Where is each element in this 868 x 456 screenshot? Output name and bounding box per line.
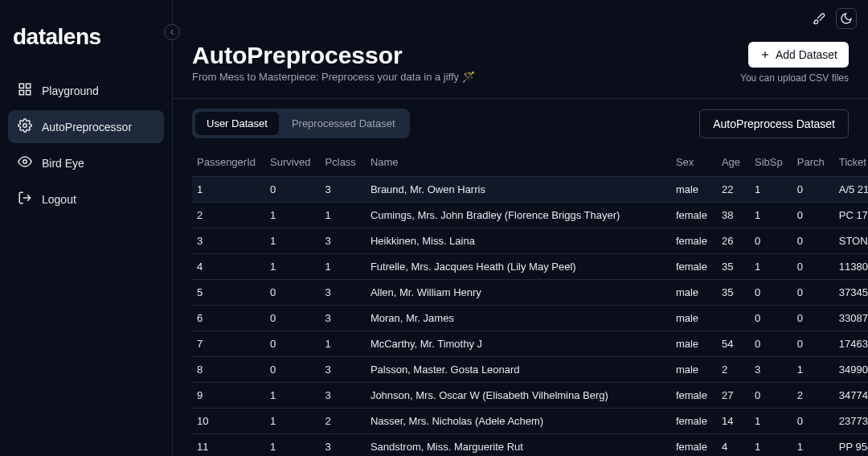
svg-rect-3 [27,91,31,95]
table-row[interactable]: 701McCarthy, Mr. Timothy Jmale540017463 [192,331,868,357]
svg-rect-0 [19,84,23,88]
table-cell: 0 [265,331,321,357]
table-cell: Palsson, Master. Gosta Leonard [366,357,671,383]
settings-icon [18,118,32,135]
svg-rect-1 [27,84,31,88]
table-row[interactable]: 103Braund, Mr. Owen Harrismale2210A/5 21… [192,177,868,203]
column-header: Ticket [834,148,868,177]
table-cell: 1 [321,331,366,357]
table-cell: male [671,331,717,357]
table-cell: 2 [792,383,834,409]
sidebar-item-birdeye[interactable]: Bird Eye [8,146,164,179]
dataset-table: PassengerIdSurvivedPclassNameSexAgeSibSp… [192,148,868,456]
sidebar-item-logout[interactable]: Logout [8,183,164,216]
table-cell: Futrelle, Mrs. Jacques Heath (Lily May P… [366,254,671,280]
svg-point-4 [23,124,27,128]
table-cell: 4 [717,434,750,457]
table-cell: Johnson, Mrs. Oscar W (Elisabeth Vilhelm… [366,383,671,409]
table-cell: female [671,228,717,254]
table-cell: 0 [265,306,321,331]
table-cell: female [671,203,717,228]
table-cell: 237736 [834,409,868,434]
table-cell: 5 [192,280,265,306]
table-row[interactable]: 313Heikkinen, Miss. Lainafemale2600STON/… [192,228,868,254]
table-cell: 3 [321,306,366,331]
page-title: AutoPreprocessor [192,42,475,69]
svg-point-5 [23,160,27,164]
sidebar: datalens Playground AutoPreprocessor Bir… [0,0,173,456]
table-cell: 2 [717,357,750,383]
sidebar-item-label: Bird Eye [42,157,84,170]
table-cell: PC 17599 [834,203,868,228]
brush-icon-button[interactable] [809,8,829,29]
table-cell: 0 [792,331,834,357]
table-cell: female [671,254,717,280]
topbar [173,0,868,32]
table-cell: male [671,357,717,383]
table-row[interactable]: 913Johnson, Mrs. Oscar W (Elisabeth Vilh… [192,383,868,409]
table-cell: STON/O2. 310 [834,228,868,254]
svg-rect-2 [19,91,23,95]
table-cell: 14 [717,409,750,434]
table-cell: male [671,177,717,203]
table-row[interactable]: 411Futrelle, Mrs. Jacques Heath (Lily Ma… [192,254,868,280]
table-cell: 6 [192,306,265,331]
table-cell: 113803 [834,254,868,280]
table-cell: 7 [192,331,265,357]
column-header: Name [366,148,671,177]
table-cell: 3 [750,357,792,383]
table-cell: 0 [792,280,834,306]
table-cell: 0 [265,357,321,383]
table-row[interactable]: 1012Nasser, Mrs. Nicholas (Adele Achem)f… [192,409,868,434]
table-row[interactable]: 211Cumings, Mrs. John Bradley (Florence … [192,203,868,228]
table-cell: 0 [265,177,321,203]
table-cell: 0 [265,280,321,306]
upload-hint: You can upload CSV files [740,72,849,84]
collapse-sidebar-button[interactable] [164,24,180,40]
dataset-tabs: User Dataset Preprocessed Dataset [192,109,410,138]
table-cell: Heikkinen, Miss. Laina [366,228,671,254]
table-cell: 4 [192,254,265,280]
column-header: Pclass [321,148,366,177]
logout-icon [18,191,32,207]
table-cell: 0 [792,306,834,331]
tab-preprocessed-dataset[interactable]: Preprocessed Dataset [280,112,407,135]
table-cell: 1 [792,434,834,457]
table-cell: 3 [321,177,366,203]
add-dataset-button[interactable]: Add Dataset [748,42,849,68]
table-cell: 54 [717,331,750,357]
table-cell: 330877 [834,306,868,331]
autopreprocess-button[interactable]: AutoPreprocess Dataset [699,109,849,138]
page-header: AutoPreprocessor From Mess to Masterpiec… [173,32,868,99]
table-row[interactable]: 503Allen, Mr. William Henrymale350037345… [192,280,868,306]
tab-user-dataset[interactable]: User Dataset [195,112,279,135]
table-cell: 17463 [834,331,868,357]
table-cell [717,306,750,331]
table-cell: 3 [321,434,366,457]
table-row[interactable]: 1113Sandstrom, Miss. Marguerite Rutfemal… [192,434,868,457]
table-cell: female [671,409,717,434]
sidebar-item-autopreprocessor[interactable]: AutoPreprocessor [8,110,164,143]
column-header: SibSp [750,148,792,177]
table-cell: 0 [750,280,792,306]
toolbar: User Dataset Preprocessed Dataset AutoPr… [173,99,868,148]
table-row[interactable]: 803Palsson, Master. Gosta Leonardmale231… [192,357,868,383]
table-cell: 1 [265,254,321,280]
main-content: AutoPreprocessor From Mess to Masterpiec… [173,0,868,456]
table-cell: 11 [192,434,265,457]
table-cell: 0 [792,228,834,254]
theme-toggle-button[interactable] [836,8,857,29]
table-cell: 26 [717,228,750,254]
table-row[interactable]: 603Moran, Mr. Jamesmale00330877 [192,306,868,331]
sidebar-item-playground[interactable]: Playground [8,74,164,107]
table-cell: 373450 [834,280,868,306]
sidebar-item-label: AutoPreprocessor [42,121,132,134]
column-header: PassengerId [192,148,265,177]
table-cell: 1 [750,434,792,457]
sidebar-item-label: Logout [42,193,76,206]
table-cell: 1 [321,203,366,228]
table-cell: 1 [750,177,792,203]
table-cell: 38 [717,203,750,228]
table-container[interactable]: PassengerIdSurvivedPclassNameSexAgeSibSp… [173,148,868,456]
table-cell: 0 [792,203,834,228]
